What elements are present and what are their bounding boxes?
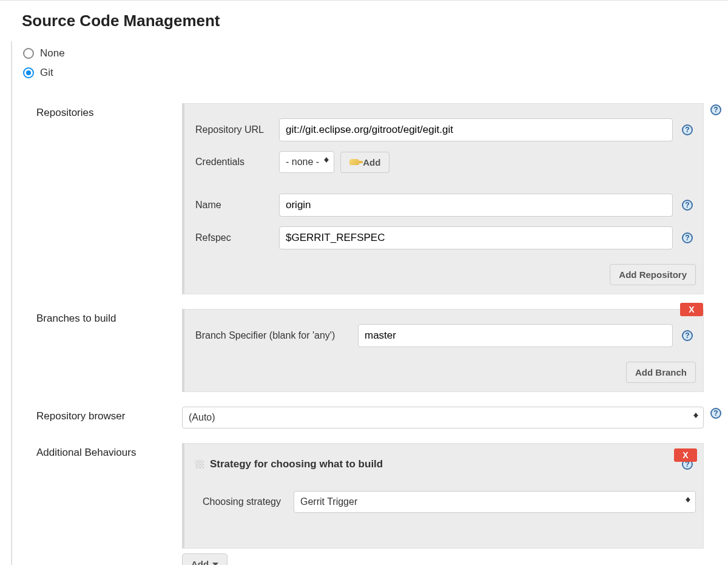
help-icon[interactable]: ? — [710, 408, 721, 419]
scm-option-none[interactable]: None — [12, 44, 728, 63]
branch-specifier-label: Branch Specifier (blank for 'any') — [195, 330, 352, 341]
drag-handle-icon[interactable] — [195, 460, 204, 469]
repo-url-input[interactable] — [279, 118, 673, 141]
repo-browser-select[interactable]: (Auto) — [182, 407, 704, 428]
behaviours-label: Additional Behaviours — [25, 443, 182, 459]
delete-branch-button[interactable]: X — [680, 303, 703, 316]
radio-icon — [23, 48, 34, 59]
repo-url-label: Repository URL — [195, 124, 273, 135]
behaviour-panel: X Strategy for choosing what to build ? … — [182, 443, 704, 549]
help-icon[interactable]: ? — [682, 330, 693, 341]
delete-behaviour-button[interactable]: X — [674, 448, 697, 462]
refspec-input[interactable] — [279, 226, 673, 249]
radio-label: None — [40, 47, 65, 59]
repository-panel: Repository URL ? Credentials - none - Ad… — [182, 103, 704, 294]
choosing-strategy-label: Choosing strategy — [195, 496, 288, 507]
credentials-label: Credentials — [195, 157, 273, 167]
chevron-down-icon — [212, 563, 218, 566]
choosing-strategy-select[interactable]: Gerrit Trigger — [294, 491, 696, 513]
key-icon — [349, 159, 359, 165]
btn-label: Add — [191, 559, 209, 565]
help-icon[interactable]: ? — [682, 232, 693, 243]
repo-browser-row: Repository browser (Auto) ? — [25, 407, 728, 428]
section-title: Source Code Management — [0, 1, 728, 41]
repo-browser-label: Repository browser — [25, 407, 182, 422]
add-behaviour-button[interactable]: Add — [182, 553, 228, 565]
branches-row: Branches to build X Branch Specifier (bl… — [25, 309, 728, 392]
credentials-select[interactable]: - none - — [279, 151, 334, 173]
radio-checked-icon — [23, 67, 34, 78]
behaviour-title: Strategy for choosing what to build — [210, 458, 383, 470]
add-credentials-button[interactable]: Add — [340, 152, 389, 173]
help-icon[interactable]: ? — [682, 124, 693, 135]
branch-panel: X Branch Specifier (blank for 'any') ? A… — [182, 309, 704, 392]
radio-label: Git — [40, 67, 53, 79]
behaviours-row: Additional Behaviours X Strategy for cho… — [25, 443, 728, 565]
add-branch-button[interactable]: Add Branch — [626, 362, 696, 383]
repositories-row: Repositories Repository URL ? Credential… — [25, 103, 728, 294]
repo-name-input[interactable] — [279, 194, 673, 217]
branch-specifier-input[interactable] — [358, 324, 673, 347]
branches-label: Branches to build — [25, 309, 182, 325]
scm-section: None Git Repositories Repository URL ? — [11, 41, 728, 565]
repo-name-label: Name — [195, 200, 273, 211]
add-repository-button[interactable]: Add Repository — [610, 264, 696, 285]
help-icon[interactable]: ? — [682, 200, 693, 211]
refspec-label: Refspec — [195, 232, 273, 243]
btn-label: Add — [363, 157, 380, 167]
scm-option-git[interactable]: Git — [12, 63, 728, 83]
help-icon[interactable]: ? — [710, 104, 721, 115]
repositories-label: Repositories — [25, 103, 182, 119]
